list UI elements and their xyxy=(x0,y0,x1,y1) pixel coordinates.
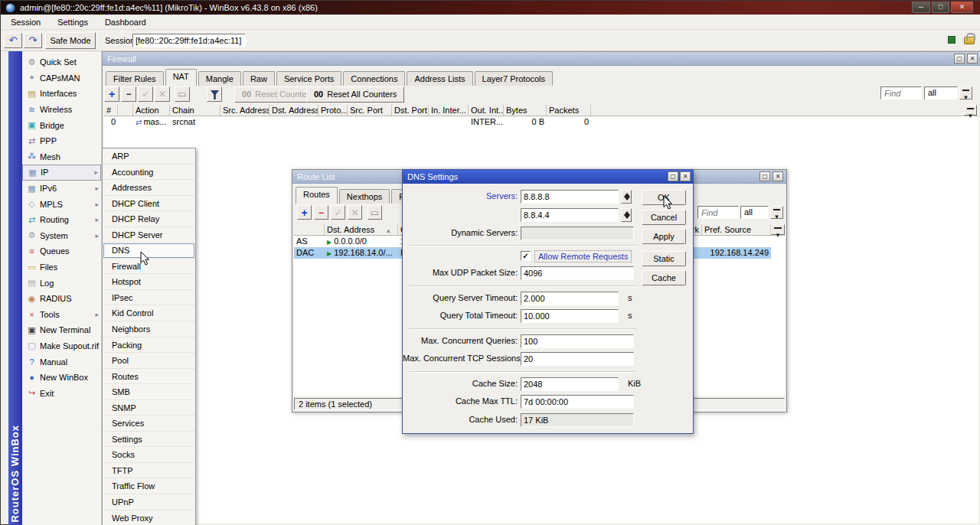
cancel-button[interactable]: Cancel xyxy=(642,210,686,225)
firewall-restore-button[interactable]: ▢ xyxy=(954,54,965,64)
sidebar-item[interactable]: ▣ New Terminal xyxy=(22,322,101,338)
col-chain[interactable]: Chain xyxy=(170,105,220,116)
nat-rule-row[interactable]: 0 ⇄mas... srcnat INTER... 0 B 0 xyxy=(104,116,978,128)
route-list-tab[interactable]: Routes xyxy=(296,187,338,204)
col-src-port[interactable]: Src. Port xyxy=(348,105,392,116)
enable-rule-button[interactable]: ✓ xyxy=(138,86,153,102)
ip-submenu-item[interactable]: ARP xyxy=(103,148,195,165)
col-dst-port[interactable]: Dst. Port xyxy=(392,105,429,116)
dns-server-2-input[interactable] xyxy=(521,208,619,222)
ip-submenu-item[interactable]: UPnP xyxy=(103,494,195,510)
ip-submenu-item[interactable]: Neighbors xyxy=(103,321,195,338)
sidebar-item[interactable]: ⚙ Quick Set xyxy=(22,54,101,70)
cache-button[interactable]: Cache xyxy=(642,270,686,285)
menu-item[interactable]: Session xyxy=(2,15,49,29)
undo-icon[interactable]: ↶ xyxy=(4,33,22,48)
ip-submenu-item[interactable]: DHCP Client xyxy=(103,196,195,212)
firewall-tab[interactable]: Address Lists xyxy=(407,71,472,86)
ip-submenu-item[interactable]: Routes xyxy=(103,369,195,385)
ip-submenu-item[interactable]: Socks xyxy=(103,447,195,463)
remove-rule-button[interactable]: − xyxy=(121,86,136,102)
sidebar-item[interactable]: ▤ Log xyxy=(22,275,101,291)
sidebar-item[interactable]: ▭ Files xyxy=(22,259,101,276)
firewall-tab[interactable]: Filter Rules xyxy=(106,71,164,86)
route-list-close-button[interactable]: ✕ xyxy=(773,171,783,181)
session-input[interactable] xyxy=(132,34,246,47)
sidebar-item[interactable]: ≋ Wireless xyxy=(22,102,101,118)
firewall-tab[interactable]: Layer7 Protocols xyxy=(475,71,554,86)
ip-submenu-item[interactable]: Accounting xyxy=(103,165,195,181)
ip-submenu-item[interactable]: SNMP xyxy=(103,400,195,416)
sidebar-item[interactable]: ▦ IPv6 xyxy=(22,181,101,197)
ip-submenu-item[interactable]: Settings xyxy=(103,432,195,448)
ip-submenu-item[interactable]: Addresses xyxy=(103,180,195,196)
static-button[interactable]: Static xyxy=(642,251,686,266)
sidebar-item[interactable]: ⇄ PPP xyxy=(22,133,101,149)
route-list-tab[interactable]: Nexthops xyxy=(339,189,390,204)
ip-submenu-item[interactable]: Traffic Flow xyxy=(103,478,195,494)
dns-close-button[interactable]: ✕ xyxy=(680,171,691,181)
route-find-input[interactable] xyxy=(697,206,739,219)
col-protocol[interactable]: Proto... xyxy=(318,105,348,116)
sidebar-item[interactable]: ▣ Bridge xyxy=(22,117,101,133)
firewall-tab[interactable]: Connections xyxy=(343,71,405,86)
firewall-tab[interactable]: Mangle xyxy=(198,71,241,86)
sidebar-item[interactable]: × Tools xyxy=(22,307,101,323)
col-in-interface[interactable]: In. Inter... xyxy=(429,105,469,116)
firewall-tab[interactable]: Service Ports xyxy=(276,71,341,86)
allow-remote-requests-label[interactable]: Allow Remote Requests xyxy=(534,250,632,262)
col-out-interface[interactable]: Out. Int... xyxy=(469,105,504,116)
enable-route-button[interactable]: ✓ xyxy=(331,205,345,220)
route-list-restore-button[interactable]: ▢ xyxy=(760,171,770,181)
minimize-button[interactable]: ─ xyxy=(912,2,930,13)
column-dropdown-button[interactable]: ▼ xyxy=(964,105,977,116)
dns-server-1-input[interactable] xyxy=(521,190,619,204)
col-number[interactable]: # xyxy=(104,105,118,116)
safe-mode-button[interactable]: Safe Mode xyxy=(45,32,96,49)
sidebar-item[interactable]: ⇄ Routing xyxy=(22,212,101,228)
col-pref-source[interactable]: Pref. Source xyxy=(702,224,771,235)
sidebar-item[interactable]: ● New WinBox xyxy=(22,370,101,386)
col-dst-address[interactable]: Dst. Address▲ xyxy=(325,224,398,235)
col-icon[interactable] xyxy=(118,105,133,116)
col-src-address[interactable]: Src. Address xyxy=(220,105,270,116)
query-total-timeout-input[interactable] xyxy=(521,309,619,323)
col-packets[interactable]: Packets xyxy=(547,105,591,116)
comment-button[interactable]: ▭ xyxy=(175,86,190,102)
menu-item[interactable]: Dashboard xyxy=(96,15,155,29)
max-udp-input[interactable] xyxy=(521,266,634,280)
server-2-spinner[interactable] xyxy=(621,208,632,222)
sidebar-item[interactable]: ? Manual xyxy=(22,354,101,370)
disable-rule-button[interactable]: ✕ xyxy=(155,86,170,102)
sidebar-item[interactable]: ≡ Queues xyxy=(22,243,101,259)
dns-titlebar[interactable]: DNS Settings xyxy=(403,170,693,184)
ip-submenu-item[interactable]: Hotspot xyxy=(103,274,195,290)
filter-button[interactable] xyxy=(207,86,222,102)
firewall-tab[interactable]: Raw xyxy=(243,71,275,86)
max-concurrent-queries-input[interactable] xyxy=(521,334,634,348)
filter-dropdown-button[interactable]: ▼ xyxy=(959,86,972,99)
sidebar-item[interactable]: ◇ MPLS xyxy=(22,196,101,212)
col-action[interactable]: Action xyxy=(133,105,170,116)
filter-select[interactable]: all xyxy=(924,86,958,99)
sidebar-item[interactable]: ⁂ Mesh xyxy=(22,149,101,165)
cache-size-input[interactable] xyxy=(521,377,619,391)
sidebar-item[interactable]: ↪ Exit xyxy=(22,385,101,401)
ip-submenu-item[interactable]: Services xyxy=(103,416,195,432)
close-button[interactable]: ✕ xyxy=(951,2,973,13)
redo-icon[interactable]: ↷ xyxy=(24,33,42,48)
menu-item[interactable]: Settings xyxy=(49,15,96,29)
firewall-close-button[interactable]: ✕ xyxy=(967,54,978,64)
cache-max-ttl-input[interactable] xyxy=(521,395,634,409)
sidebar-item[interactable]: ⚙ System xyxy=(22,228,101,244)
find-input[interactable] xyxy=(880,86,922,99)
ip-submenu-item[interactable]: Pool xyxy=(103,353,195,369)
sidebar-item[interactable]: ▢ Make Supout.rif xyxy=(22,338,101,354)
firewall-tab[interactable]: NAT xyxy=(165,69,197,86)
ip-submenu-item[interactable]: Web Proxy xyxy=(103,510,195,525)
reset-all-counters-button[interactable]: 00Reset All Counters xyxy=(306,86,404,103)
server-1-spinner[interactable] xyxy=(621,190,632,204)
sidebar-item[interactable]: ◉ RADIUS xyxy=(22,291,101,307)
route-column-dropdown-button[interactable]: ▼ xyxy=(771,224,785,235)
ip-submenu-item[interactable]: Packing xyxy=(103,338,195,354)
